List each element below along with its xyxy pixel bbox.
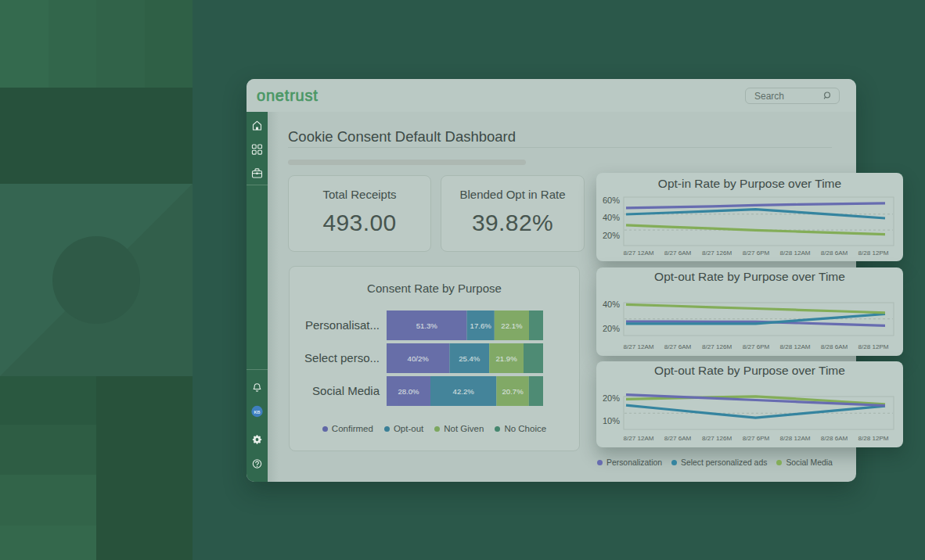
svg-text:8/28 12PM: 8/28 12PM [858, 435, 888, 442]
svg-text:28.0%: 28.0% [398, 387, 419, 396]
svg-text:8/28 12AM: 8/28 12AM [779, 343, 810, 350]
svg-text:8/28 6AM: 8/28 6AM [821, 435, 848, 442]
svg-text:51.3%: 51.3% [416, 321, 438, 330]
svg-text:8/27 12AM: 8/27 12AM [623, 435, 653, 442]
svg-text:8/27 6PM: 8/27 6PM [743, 435, 770, 442]
svg-text:Opt-out Rate by Purpose over T: Opt-out Rate by Purpose over Time [654, 364, 845, 377]
svg-text:17.6%: 17.6% [470, 321, 492, 330]
svg-text:8/27 6PM: 8/27 6PM [743, 249, 770, 257]
svg-text:KB: KB [254, 410, 261, 415]
svg-text:Opt-in Rate by Purpose over Ti: Opt-in Rate by Purpose over Time [658, 177, 841, 190]
svg-text:20.7%: 20.7% [502, 387, 524, 396]
svg-text:8/28 6AM: 8/28 6AM [821, 343, 848, 350]
svg-text:8/27 6AM: 8/27 6AM [664, 249, 692, 257]
svg-text:Opt-out Rate by Purpose over T: Opt-out Rate by Purpose over Time [654, 270, 845, 283]
svg-text:8/28 6AM: 8/28 6AM [821, 249, 848, 257]
svg-text:8/28 12AM: 8/28 12AM [779, 249, 810, 257]
svg-text:42.2%: 42.2% [453, 387, 475, 396]
svg-text:22.1%: 22.1% [501, 321, 523, 330]
svg-text:8/27 12AM: 8/27 12AM [623, 343, 653, 350]
svg-text:8/28 12PM: 8/28 12PM [858, 249, 888, 257]
svg-text:8/27 126M: 8/27 126M [702, 249, 732, 257]
svg-text:21.9%: 21.9% [495, 354, 517, 363]
svg-text:60%: 60% [603, 196, 620, 205]
svg-text:8/28 12AM: 8/28 12AM [779, 435, 810, 442]
svg-text:8/27 126M: 8/27 126M [702, 435, 732, 442]
svg-text:40/2%: 40/2% [408, 354, 430, 363]
svg-text:25.4%: 25.4% [459, 354, 480, 363]
svg-text:40%: 40% [603, 300, 620, 309]
svg-text:40%: 40% [603, 213, 620, 222]
svg-text:10%: 10% [603, 416, 620, 425]
svg-text:8/27 6AM: 8/27 6AM [664, 435, 692, 442]
svg-text:20%: 20% [603, 393, 620, 403]
svg-text:20%: 20% [603, 231, 620, 240]
svg-text:20%: 20% [603, 324, 620, 333]
svg-text:8/27 6AM: 8/27 6AM [664, 343, 692, 350]
svg-text:8/27 6PM: 8/27 6PM [743, 343, 770, 350]
svg-text:8/27 12AM: 8/27 12AM [623, 249, 653, 257]
svg-text:8/27 126M: 8/27 126M [702, 343, 732, 350]
svg-text:8/28 12PM: 8/28 12PM [858, 343, 888, 350]
